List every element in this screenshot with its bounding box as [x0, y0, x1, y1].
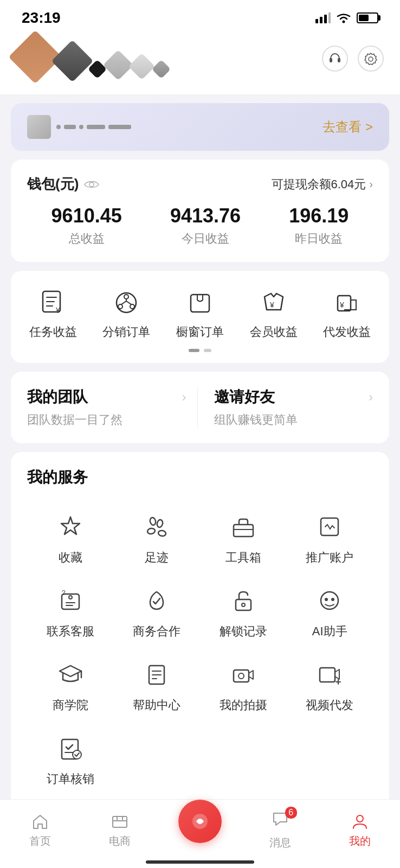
my-team-section[interactable]: 我的团队 › 团队数据一目了然 [27, 387, 198, 428]
banner-left [27, 115, 131, 139]
invite-friends-section[interactable]: 邀请好友 › 组队赚钱更简单 [198, 387, 373, 428]
eye-icon[interactable] [84, 180, 99, 189]
services-section: 我的服务 收藏 足迹 [11, 452, 389, 811]
yesterday-value: 196.19 [289, 205, 349, 227]
withdrawable-amount: 可提现余额6.04元 [272, 176, 366, 193]
home-icon [31, 812, 49, 831]
svg-rect-1 [320, 17, 322, 23]
today-earnings: 9413.76 今日收益 [170, 205, 241, 247]
service-footprint[interactable]: 足迹 [114, 501, 201, 575]
promote-label: 推广账户 [306, 550, 353, 566]
svg-point-40 [325, 598, 328, 601]
center-button[interactable] [178, 800, 222, 843]
dot-1 [56, 125, 61, 129]
svg-point-27 [147, 528, 156, 534]
menu-item-task[interactable]: ¥ 任务收益 [29, 287, 77, 340]
service-shooting[interactable]: 我的拍摄 [200, 648, 287, 722]
total-earnings: 9610.45 总收益 [51, 205, 122, 247]
settings-button[interactable] [358, 46, 384, 72]
service-unlock[interactable]: 解锁记录 [200, 575, 287, 648]
message-icon: 6 [271, 810, 289, 832]
nav-home-label: 首页 [29, 834, 51, 848]
promote-icon [312, 509, 347, 544]
wallet-chevron: › [369, 178, 373, 190]
nav-profile[interactable]: 我的 [333, 812, 387, 848]
svg-point-48 [238, 673, 244, 679]
service-school[interactable]: 商学院 [27, 648, 114, 722]
nav-home[interactable]: 首页 [13, 812, 67, 848]
avatar-diamond-1 [9, 30, 62, 84]
quick-menu-card: ¥ 任务收益 分销订单 [11, 271, 389, 363]
svg-point-7 [369, 57, 373, 61]
wallet-header: 钱包(元) 可提现余额6.04元 › [27, 175, 373, 194]
service-customer-service[interactable]: ? 联系客服 [27, 575, 114, 648]
nav-profile-label: 我的 [349, 834, 371, 848]
unlock-icon [226, 583, 261, 618]
svg-rect-6 [338, 58, 340, 62]
video-proxy-label: 视频代发 [306, 697, 353, 713]
header-avatars [16, 43, 168, 81]
dot-4 [87, 125, 105, 129]
team-card: 我的团队 › 团队数据一目了然 邀请好友 › 组队赚钱更简单 [11, 372, 389, 443]
customer-service-label: 联系客服 [47, 623, 94, 640]
svg-point-17 [130, 304, 134, 309]
avatar-diamond-3 [103, 50, 134, 81]
svg-point-28 [158, 530, 166, 537]
message-badge: 6 [285, 807, 297, 819]
menu-item-distribution[interactable]: 分销订单 [102, 287, 150, 340]
wallet-title-row: 钱包(元) [27, 175, 99, 194]
order-verify-icon [53, 731, 88, 765]
wallet-right[interactable]: 可提现余额6.04元 › [272, 176, 373, 193]
service-promote[interactable]: 推广账户 [287, 501, 373, 575]
header [0, 33, 400, 94]
svg-rect-2 [324, 15, 327, 23]
svg-rect-55 [113, 816, 127, 827]
status-icons [315, 12, 378, 24]
service-video-proxy[interactable]: 视频代发 [287, 648, 373, 722]
service-help[interactable]: 帮助中心 [114, 648, 201, 722]
nav-ecommerce[interactable]: 电商 [93, 812, 147, 848]
profile-icon [351, 812, 369, 831]
svg-rect-3 [328, 12, 331, 23]
task-label: 任务收益 [29, 324, 77, 340]
svg-rect-29 [234, 525, 253, 537]
service-order-verify[interactable]: 订单核销 [27, 722, 114, 796]
service-toolbox[interactable]: 工具箱 [200, 501, 287, 575]
avatar-diamond-5 [128, 53, 155, 80]
service-ai[interactable]: AI助手 [287, 575, 373, 648]
distribution-icon [111, 287, 142, 318]
nav-messages-label: 消息 [269, 835, 291, 850]
svg-point-54 [73, 750, 81, 759]
avatar-diamond-6 [152, 60, 171, 79]
service-business[interactable]: 商务合作 [114, 575, 201, 648]
svg-text:?: ? [62, 589, 66, 597]
svg-point-8 [89, 182, 94, 187]
banner[interactable]: 去查看 > [11, 103, 389, 151]
menu-item-member[interactable]: ¥ 会员收益 [250, 287, 298, 340]
nav-messages[interactable]: 6 消息 [253, 810, 307, 850]
wifi-icon [336, 12, 351, 24]
svg-rect-31 [321, 518, 338, 535]
pagination-dots [16, 349, 384, 352]
distribution-label: 分销订单 [102, 324, 150, 340]
order-verify-label: 订单核销 [47, 771, 94, 787]
customer-service-icon: ? [53, 583, 88, 618]
headset-button[interactable] [322, 46, 348, 72]
window-icon [184, 287, 216, 318]
favorites-label: 收藏 [59, 550, 82, 566]
nav-center[interactable] [173, 800, 227, 843]
invite-friends-header: 邀请好友 › [214, 387, 373, 407]
video-proxy-icon [312, 657, 347, 692]
home-indicator [146, 860, 254, 864]
services-grid: 收藏 足迹 工具箱 [27, 501, 373, 796]
menu-item-proxy[interactable]: ¥ 代发收益 [323, 287, 371, 340]
service-favorites[interactable]: 收藏 [27, 501, 114, 575]
banner-link[interactable]: 去查看 > [322, 118, 373, 136]
bottom-nav: 首页 电商 [0, 799, 400, 868]
total-value: 9610.45 [51, 205, 122, 227]
member-icon: ¥ [258, 287, 289, 318]
menu-item-window[interactable]: 橱窗订单 [176, 287, 224, 340]
my-team-chevron: › [182, 390, 186, 405]
svg-point-38 [242, 603, 245, 607]
proxy-label: 代发收益 [323, 324, 371, 340]
